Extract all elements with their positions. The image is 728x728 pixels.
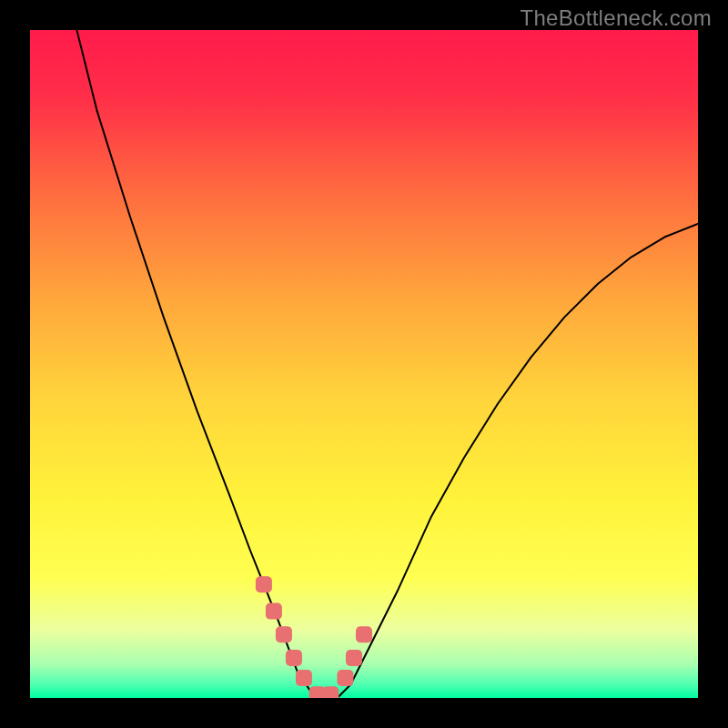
marker-point — [296, 670, 312, 686]
marker-point — [322, 686, 339, 698]
marker-point — [266, 603, 282, 620]
bottleneck-curve — [76, 30, 698, 698]
chart-container: TheBottleneck.com — [0, 0, 728, 728]
marker-point — [337, 670, 353, 686]
marker-point — [356, 626, 372, 642]
curve-layer — [30, 30, 698, 698]
plot-area — [30, 30, 698, 698]
watermark-text: TheBottleneck.com — [520, 5, 712, 31]
marker-point — [286, 650, 302, 666]
marker-point — [256, 576, 272, 592]
marker-point — [276, 626, 292, 642]
marker-point — [346, 650, 362, 666]
